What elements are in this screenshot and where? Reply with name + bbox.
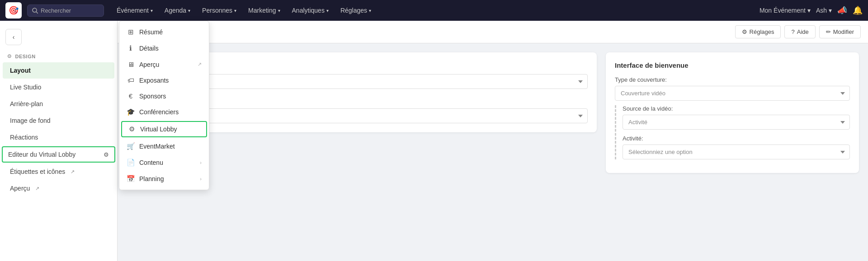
sidebar: ‹ ⊙ DESIGN Layout Live Studio Arrière-pl… xyxy=(0,21,118,261)
dashed-section: Source de la vidéo: Activité Activité: S… xyxy=(615,105,850,159)
reglages-button[interactable]: ⚙ Réglages xyxy=(735,25,781,38)
nav-item-reglages[interactable]: Réglages ▾ xyxy=(335,4,377,17)
search-icon xyxy=(32,8,38,14)
nav-item-agenda[interactable]: Agenda ▾ xyxy=(159,4,196,17)
back-button[interactable]: ‹ xyxy=(5,29,22,45)
info-icon: ℹ xyxy=(127,44,135,52)
chevron-down-icon: ▾ xyxy=(188,8,190,13)
euro-icon: € xyxy=(127,92,135,100)
chevron-down-icon: ▾ xyxy=(151,8,153,13)
top-nav: 🎯 Rechercher Événement ▾ Agenda ▾ Person… xyxy=(0,0,868,21)
dropdown-item-virtual-lobby[interactable]: ⚙ Virtual Lobby xyxy=(121,121,207,137)
nav-item-personnes[interactable]: Personnes ▾ xyxy=(197,4,242,17)
welcome-card: Interface de bienvenue Type de couvertur… xyxy=(606,52,859,173)
settings-icon: ⚙ xyxy=(742,28,747,35)
nav-item-evenement[interactable]: Événement ▾ xyxy=(111,4,158,17)
evenement-dropdown: ⊞ Résumé ℹ Détails 🖥 Aperçu ↗ 🏷 Exposant… xyxy=(119,21,209,190)
chevron-down-icon: ▾ xyxy=(326,8,329,13)
source-label: Source de la vidéo: xyxy=(623,105,850,112)
dropdown-item-sponsors[interactable]: € Sponsors xyxy=(119,88,209,104)
external-link-icon: ↗ xyxy=(71,169,75,175)
calendar-icon: 📅 xyxy=(127,175,135,183)
edit-icon: ✏ xyxy=(826,28,831,35)
nav-right: Mon Événement ▾ Ash ▾ 📣 🔔 xyxy=(760,5,863,15)
nav-item-marketing[interactable]: Marketing ▾ xyxy=(243,4,285,17)
document-icon: 📄 xyxy=(127,158,135,167)
design-section-title: ⊙ DESIGN xyxy=(0,49,117,62)
chevron-down-icon: ▾ xyxy=(369,8,371,13)
sidebar-item-image-de-fond[interactable]: Image de fond xyxy=(3,112,114,129)
sidebar-item-arriere-plan[interactable]: Arrière-plan xyxy=(3,96,114,112)
chevron-down-icon: ▾ xyxy=(829,7,832,14)
tag-icon: 🏷 xyxy=(127,76,135,84)
external-link-icon: ↗ xyxy=(35,186,39,191)
grid-icon: ⊞ xyxy=(127,28,135,36)
search-placeholder: Rechercher xyxy=(41,7,71,14)
nav-items: Événement ▾ Agenda ▾ Personnes ▾ Marketi… xyxy=(111,4,760,17)
chevron-right-icon: › xyxy=(200,160,202,165)
svg-line-1 xyxy=(36,12,38,14)
dropdown-item-resume[interactable]: ⊞ Résumé xyxy=(119,24,209,40)
bell-icon[interactable]: 🔔 xyxy=(853,5,863,15)
sidebar-item-apercu[interactable]: Aperçu ↗ xyxy=(3,180,114,196)
activity-label: Activité: xyxy=(623,135,850,142)
sidebar-item-etiquettes-icones[interactable]: Étiquettes et icônes ↗ xyxy=(3,163,114,180)
dropdown-item-details[interactable]: ℹ Détails xyxy=(119,40,209,56)
dropdown-item-conferenciers[interactable]: 🎓 Conférenciers xyxy=(119,104,209,120)
dropdown-item-contenu[interactable]: 📄 Contenu › xyxy=(119,154,209,171)
external-link-icon: ↗ xyxy=(198,61,202,67)
chevron-right-icon: › xyxy=(200,176,202,182)
main-content: ⚙ Réglages ? Aide ✏ Modifier Mise en pag… xyxy=(118,21,868,261)
welcome-title: Interface de bienvenue xyxy=(615,61,850,69)
chevron-down-icon: ▾ xyxy=(807,7,811,14)
chevron-down-icon: ▾ xyxy=(278,8,280,13)
monitor-icon: 🖥 xyxy=(127,61,135,68)
aide-button[interactable]: ? Aide xyxy=(784,25,815,38)
modifier-button[interactable]: ✏ Modifier xyxy=(819,25,861,38)
mon-event-button[interactable]: Mon Événement ▾ xyxy=(760,7,811,14)
content-area: Mise en page du Lobby: Style de police M… xyxy=(118,43,868,224)
megaphone-icon[interactable]: 📣 xyxy=(837,5,847,15)
settings-icon: ⚙ xyxy=(104,151,109,158)
cart-icon: 🛒 xyxy=(127,142,135,150)
dropdown-item-apercu[interactable]: 🖥 Aperçu ↗ xyxy=(119,56,209,72)
graduation-icon: 🎓 xyxy=(127,108,135,116)
dropdown-item-eventmarket[interactable]: 🛒 EventMarket xyxy=(119,138,209,154)
chevron-down-icon: ▾ xyxy=(234,8,236,13)
settings-gear-icon: ⚙ xyxy=(127,125,136,133)
activity-select[interactable]: Sélectionniez une option xyxy=(623,144,850,159)
sidebar-item-layout[interactable]: Layout xyxy=(3,62,114,79)
search-box[interactable]: Rechercher xyxy=(27,5,104,17)
content-right: Interface de bienvenue Type de couvertur… xyxy=(606,52,859,215)
sidebar-item-reactions[interactable]: Réactions xyxy=(3,129,114,145)
svg-point-0 xyxy=(33,8,37,12)
dropdown-item-exposants[interactable]: 🏷 Exposants xyxy=(119,72,209,88)
design-icon: ⊙ xyxy=(7,53,12,59)
user-menu-button[interactable]: Ash ▾ xyxy=(816,7,832,14)
coverage-label: Type de couverture: xyxy=(615,76,850,83)
sidebar-item-live-studio[interactable]: Live Studio xyxy=(3,79,114,95)
help-icon: ? xyxy=(791,28,794,35)
source-select[interactable]: Activité xyxy=(623,115,850,130)
chevron-left-icon: ‹ xyxy=(13,33,15,41)
nav-item-analytiques[interactable]: Analytiques ▾ xyxy=(287,4,334,17)
dropdown-item-planning[interactable]: 📅 Planning › xyxy=(119,171,209,187)
app-logo: 🎯 xyxy=(5,2,22,19)
main-header: ⚙ Réglages ? Aide ✏ Modifier xyxy=(118,21,868,43)
coverage-select[interactable]: Couverture vidéo xyxy=(615,86,850,101)
sidebar-item-editeur-virtual-lobby[interactable]: Editeur du Virtual Lobby ⚙ xyxy=(2,146,115,163)
